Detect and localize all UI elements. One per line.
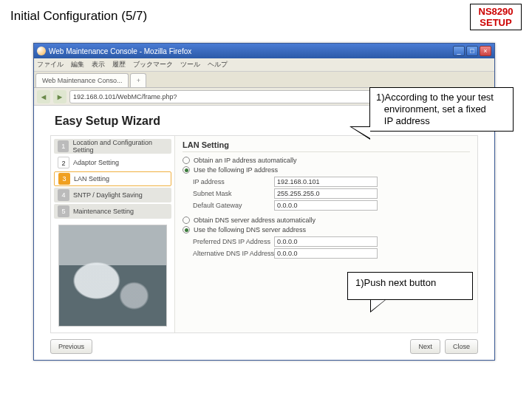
- browser-tab[interactable]: Web Maintenance Conso...: [35, 73, 129, 87]
- dns1-input[interactable]: [274, 236, 378, 247]
- browser-menubar: ファイル 編集 表示 履歴 ブックマーク ツール ヘルプ: [34, 58, 494, 72]
- maximize-button[interactable]: □: [466, 46, 478, 56]
- callout-text: 1)According to the your test environment…: [376, 92, 494, 126]
- callout-text: 1)Push next button: [355, 277, 436, 288]
- window-title: Web Maintenance Console - Mozilla Firefo…: [49, 47, 191, 55]
- close-wizard-button[interactable]: Close: [445, 339, 478, 354]
- menu-item[interactable]: 履歴: [112, 60, 126, 69]
- radio-obtain-dns[interactable]: Obtain DNS server address automatically: [183, 216, 470, 224]
- wizard-step-3[interactable]: 3LAN Setting: [54, 171, 171, 186]
- step-label: SNTP / Daylight Saving: [73, 191, 143, 199]
- badge-line2: SETUP: [471, 17, 521, 28]
- badge-line1: NS8290: [471, 6, 521, 17]
- wizard-illustration: [58, 225, 167, 327]
- step-label: Location and Configuration Setting: [72, 139, 171, 154]
- next-button[interactable]: Next: [410, 339, 440, 354]
- close-button[interactable]: ×: [480, 46, 491, 56]
- wizard-body: 1Location and Configuration Setting 2Ada…: [50, 135, 478, 333]
- radio-icon: [183, 157, 190, 164]
- gateway-input[interactable]: [274, 200, 378, 211]
- step-label: Maintenance Setting: [73, 208, 134, 215]
- ip-label: IP address: [193, 178, 274, 185]
- pane-title: LAN Setting: [183, 140, 470, 152]
- ip-field-block: IP address Subnet Mask Default Gateway: [193, 177, 470, 211]
- step-number: 2: [58, 157, 69, 168]
- new-tab-button[interactable]: +: [130, 73, 146, 87]
- wizard-pane: LAN Setting Obtain an IP address automat…: [175, 136, 477, 332]
- back-button[interactable]: ◄: [37, 90, 50, 103]
- mask-label: Subnet Mask: [193, 190, 274, 197]
- radio-label: Use the following DNS server address: [194, 226, 306, 233]
- radio-icon: [183, 216, 190, 224]
- wizard-title: Easy Setup Wizard: [55, 115, 160, 128]
- menu-item[interactable]: ツール: [180, 60, 200, 69]
- callout-set-ip: 1)According to the your test environment…: [369, 87, 514, 132]
- menu-item[interactable]: 編集: [71, 60, 84, 69]
- previous-button[interactable]: Previous: [50, 339, 92, 354]
- browser-tabstrip: Web Maintenance Conso... +: [34, 72, 494, 88]
- step-number: 1: [58, 140, 69, 152]
- menu-item[interactable]: ヘルプ: [208, 60, 228, 69]
- gateway-label: Default Gateway: [193, 202, 274, 209]
- menu-item[interactable]: 表示: [92, 60, 105, 69]
- radio-obtain-ip[interactable]: Obtain an IP address automatically: [183, 157, 470, 164]
- step-label: LAN Setting: [74, 175, 109, 183]
- step-number: 3: [58, 173, 70, 185]
- callout-tail-icon: [370, 299, 386, 313]
- menu-item[interactable]: ブックマーク: [133, 60, 173, 69]
- dns-field-block: Preferred DNS IP Address Alternative DNS…: [193, 236, 470, 259]
- radio-icon: [183, 166, 190, 174]
- radio-fixed-dns[interactable]: Use the following DNS server address: [183, 226, 470, 233]
- callout-tail-icon: [349, 126, 370, 140]
- mask-input[interactable]: [274, 188, 378, 199]
- wizard-step-4[interactable]: 4SNTP / Daylight Saving: [54, 188, 171, 202]
- browser-titlebar: Web Maintenance Console - Mozilla Firefo…: [34, 44, 494, 58]
- ip-input[interactable]: [274, 177, 378, 187]
- wizard-button-bar: Previous Next Close: [50, 338, 478, 355]
- wizard-step-1[interactable]: 1Location and Configuration Setting: [54, 139, 171, 154]
- radio-label: Use the following IP address: [194, 166, 278, 174]
- minimize-button[interactable]: _: [453, 46, 465, 56]
- dns2-input[interactable]: [274, 248, 378, 259]
- wizard-steps: 1Location and Configuration Setting 2Ada…: [51, 136, 175, 332]
- radio-icon: [183, 226, 190, 233]
- slide-title: Initial Configuration (5/7): [10, 9, 147, 24]
- step-number: 5: [58, 205, 69, 217]
- menu-item[interactable]: ファイル: [37, 60, 64, 69]
- setup-badge: NS8290 SETUP: [470, 4, 522, 30]
- dns1-label: Preferred DNS IP Address: [193, 238, 274, 245]
- radio-fixed-ip[interactable]: Use the following IP address: [183, 166, 470, 174]
- callout-push-next: 1)Push next button: [347, 272, 473, 300]
- radio-label: Obtain DNS server address automatically: [194, 216, 316, 224]
- step-label: Adaptor Setting: [73, 159, 119, 166]
- wizard-step-2[interactable]: 2Adaptor Setting: [54, 155, 171, 170]
- step-number: 4: [58, 189, 69, 201]
- firefox-icon: [37, 47, 46, 55]
- dns2-label: Alternative DNS IP Address: [193, 250, 274, 257]
- forward-button[interactable]: ►: [53, 90, 66, 103]
- page-content: Easy Setup Wizard 1Location and Configur…: [34, 106, 494, 360]
- radio-label: Obtain an IP address automatically: [194, 157, 296, 164]
- wizard-step-5[interactable]: 5Maintenance Setting: [54, 204, 171, 219]
